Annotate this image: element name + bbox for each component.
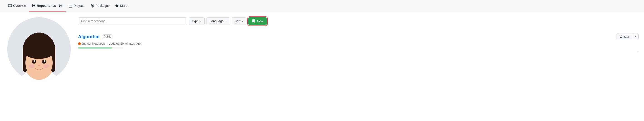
type-chevron-icon: [200, 21, 202, 22]
type-filter-button[interactable]: Type: [189, 17, 205, 25]
language-chevron-icon: [225, 21, 227, 22]
repo-area: Type Language Sort New: [78, 17, 638, 81]
repo-header: Algorithm Public Star: [78, 33, 638, 40]
language-info: Jupyter Notebook: [78, 42, 105, 45]
language-filter-button[interactable]: Language: [206, 17, 230, 25]
svg-point-19: [43, 64, 50, 68]
star-button-area: Star: [616, 33, 638, 40]
book-icon: [8, 4, 12, 8]
sort-filter-button[interactable]: Sort: [232, 17, 247, 25]
nav-packages-label: Packages: [96, 4, 110, 8]
language-label: Language: [210, 19, 224, 23]
progress-fill: [78, 48, 112, 48]
avatar-illustration: [7, 17, 71, 81]
star-button[interactable]: Star: [616, 33, 632, 40]
search-input[interactable]: [78, 17, 187, 25]
star-dropdown-chevron-icon: [635, 36, 636, 37]
updated-time: Updated 50 minutes ago: [108, 42, 141, 45]
star-btn-label: Star: [624, 35, 629, 38]
language-color-dot: [78, 42, 81, 45]
visibility-badge: Public: [102, 34, 113, 39]
sidebar: [6, 17, 72, 81]
package-icon: [90, 4, 94, 8]
new-repo-icon: [252, 19, 256, 23]
nav-item-repositories[interactable]: Repositories 10: [29, 0, 66, 12]
nav-item-projects[interactable]: Projects: [66, 0, 88, 12]
svg-point-18: [28, 64, 35, 68]
new-repository-button[interactable]: New: [248, 17, 267, 25]
new-label: New: [257, 19, 263, 23]
top-nav: Overview Repositories 10 Projects Packag…: [0, 0, 644, 12]
svg-point-16: [44, 60, 46, 62]
repo-meta: Jupyter Notebook Updated 50 minutes ago: [78, 42, 638, 45]
repositories-badge: 10: [58, 4, 63, 8]
repo-icon: [32, 4, 36, 8]
svg-point-10: [32, 54, 39, 59]
nav-item-overview[interactable]: Overview: [6, 0, 29, 12]
star-icon: [115, 4, 119, 8]
main-content: Type Language Sort New: [0, 12, 644, 81]
progress-bar: [78, 48, 124, 48]
star-outline-icon: [620, 35, 623, 38]
filter-bar: Type Language Sort New: [78, 17, 638, 25]
svg-point-15: [34, 60, 36, 62]
svg-rect-21: [43, 69, 46, 74]
repo-list: Algorithm Public Star: [78, 30, 638, 52]
nav-overview-label: Overview: [13, 4, 26, 8]
svg-point-14: [42, 60, 46, 64]
table-row: Algorithm Public Star: [78, 30, 638, 52]
repo-title-area: Algorithm Public: [78, 34, 113, 39]
sort-chevron-icon: [242, 21, 244, 22]
nav-stars-label: Stars: [120, 4, 128, 8]
avatar: [7, 17, 71, 81]
nav-projects-label: Projects: [74, 4, 85, 8]
table-icon: [69, 4, 72, 8]
star-dropdown-button[interactable]: [632, 33, 638, 40]
language-name: Jupyter Notebook: [82, 42, 105, 45]
svg-point-13: [32, 60, 36, 64]
repo-name-link[interactable]: Algorithm: [78, 34, 100, 39]
nav-item-packages[interactable]: Packages: [88, 0, 112, 12]
svg-point-12: [43, 52, 50, 57]
svg-point-17: [38, 65, 40, 66]
type-label: Type: [192, 19, 198, 23]
sort-label: Sort: [235, 19, 240, 23]
nav-repositories-label: Repositories: [37, 4, 56, 8]
nav-item-stars[interactable]: Stars: [112, 0, 130, 12]
